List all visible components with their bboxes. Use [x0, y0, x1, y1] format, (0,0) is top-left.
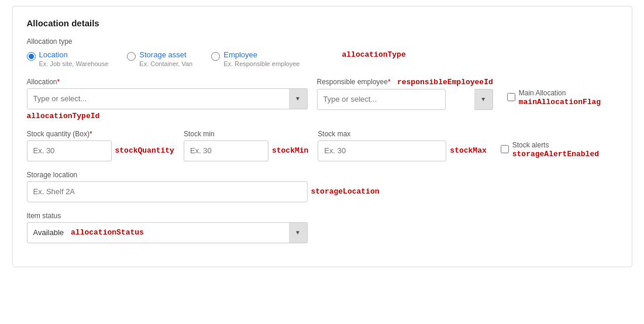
- item-status-select-wrapper: Available allocationStatus ▼: [27, 222, 308, 243]
- main-allocation-flag-annotation: mainAllocationFlag: [519, 98, 601, 106]
- item-status-select[interactable]: Available allocationStatus: [27, 222, 308, 243]
- radio-option-storage-asset[interactable]: Storage asset Ex. Container, Van: [127, 50, 192, 67]
- responsible-employee-field: Responsible employee* responsibleEmploye…: [317, 78, 493, 110]
- allocation-select-wrapper: ▼: [27, 88, 308, 109]
- radio-location-sub: Ex. Job site, Warehouse: [39, 60, 109, 67]
- stock-alerts-checkbox[interactable]: [501, 145, 509, 153]
- storage-location-field: Storage location storageLocation: [27, 171, 380, 202]
- responsible-employee-annotation: responsibleEmployeeId: [397, 78, 493, 87]
- stock-max-annotation: stockMax: [450, 146, 486, 155]
- storage-location-row: Storage location storageLocation: [27, 171, 618, 202]
- item-status-field: Item status Available allocationStatus ▼: [27, 212, 308, 243]
- allocation-row: Allocation* ▼ allocationTypeId Responsib…: [27, 78, 618, 120]
- storage-alert-enabled-annotation: storageAlertEnabled: [512, 150, 599, 158]
- stock-alerts-checkbox-item: Stock alerts storageAlertEnabled: [501, 140, 599, 158]
- allocation-type-label: Allocation type: [27, 37, 618, 46]
- stock-quantity-annotation: stockQuantity: [115, 146, 174, 155]
- responsible-employee-input[interactable]: [317, 89, 446, 110]
- stock-min-wrapper: stockMin: [184, 140, 308, 161]
- allocation-type-annotation: allocationType: [342, 50, 405, 59]
- stock-alerts-group: Stock alerts storageAlertEnabled: [501, 140, 599, 158]
- stock-quantity-label: Stock quantity (Box)*: [27, 130, 174, 138]
- stock-min-annotation: stockMin: [272, 146, 308, 155]
- responsible-employee-label: Responsible employee* responsibleEmploye…: [317, 78, 493, 87]
- allocation-input[interactable]: [27, 88, 308, 109]
- stock-min-input[interactable]: [184, 140, 268, 161]
- radio-employee-sub: Ex. Responsible employee: [223, 60, 299, 67]
- storage-location-annotation: storageLocation: [311, 187, 380, 196]
- allocation-field-label: Allocation*: [27, 78, 308, 86]
- radio-storage-asset[interactable]: [127, 52, 136, 61]
- stock-min-field: Stock min stockMin: [184, 130, 308, 161]
- storage-location-label: Storage location: [27, 171, 380, 179]
- allocation-details-panel: Allocation details Allocation type Locat…: [12, 6, 632, 267]
- stock-quantity-field: Stock quantity (Box)* stockQuantity: [27, 130, 174, 161]
- radio-option-location[interactable]: Location Ex. Job site, Warehouse: [27, 50, 109, 67]
- allocation-type-id-annotation: allocationTypeId: [27, 112, 308, 120]
- main-allocation-label: Main Allocation: [519, 89, 566, 97]
- storage-location-wrapper: storageLocation: [27, 181, 380, 202]
- responsible-dropdown-arrow[interactable]: ▼: [474, 89, 493, 110]
- storage-location-input[interactable]: [27, 181, 308, 202]
- stock-max-field: Stock max stockMax: [318, 130, 486, 161]
- radio-storage-asset-label: Storage asset: [139, 50, 192, 60]
- responsible-select-wrapper: ▼: [317, 89, 493, 110]
- stock-alerts-label: Stock alerts: [512, 141, 549, 149]
- radio-employee[interactable]: [211, 52, 220, 61]
- radio-option-employee[interactable]: Employee Ex. Responsible employee: [211, 50, 299, 67]
- stock-max-wrapper: stockMax: [318, 140, 486, 161]
- item-status-row: Item status Available allocationStatus ▼: [27, 212, 618, 243]
- radio-storage-asset-sub: Ex. Container, Van: [139, 60, 192, 67]
- panel-title: Allocation details: [27, 18, 618, 28]
- stock-min-label: Stock min: [184, 130, 308, 138]
- stock-row: Stock quantity (Box)* stockQuantity Stoc…: [27, 130, 618, 161]
- radio-location-label: Location: [39, 50, 109, 60]
- allocation-type-group: Location Ex. Job site, Warehouse Storage…: [27, 50, 618, 67]
- allocation-field: Allocation* ▼ allocationTypeId: [27, 78, 308, 120]
- stock-quantity-input[interactable]: [27, 140, 112, 161]
- stock-max-label: Stock max: [318, 130, 486, 138]
- allocation-status-annotation: allocationStatus: [71, 228, 144, 237]
- radio-location[interactable]: [27, 52, 36, 61]
- main-allocation-checkbox-item: Main Allocation mainAllocationFlag: [507, 88, 601, 106]
- radio-employee-label: Employee: [223, 50, 299, 60]
- stock-quantity-wrapper: stockQuantity: [27, 140, 174, 161]
- main-allocation-group: Main Allocation mainAllocationFlag: [507, 88, 601, 106]
- item-status-label: Item status: [27, 212, 308, 220]
- item-status-value: Available: [33, 228, 64, 237]
- main-allocation-checkbox[interactable]: [507, 93, 515, 101]
- stock-max-input[interactable]: [318, 140, 446, 161]
